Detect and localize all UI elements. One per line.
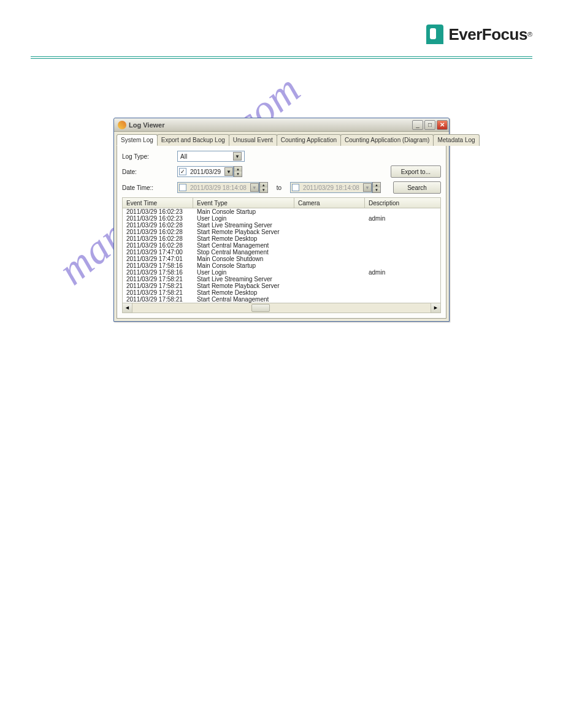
cell-type: Start Remote Playback Server bbox=[193, 282, 294, 289]
date-picker[interactable]: ✓ 2011/03/29 ▼ bbox=[177, 166, 234, 177]
cell-time: 2011/03/29 17:58:21 bbox=[123, 296, 193, 303]
tab-counting-app[interactable]: Counting Application bbox=[277, 134, 341, 146]
log-type-combo[interactable]: All ▼ bbox=[177, 151, 245, 162]
chevron-down-icon: ▼ bbox=[233, 152, 242, 161]
col-event-type[interactable]: Event Type bbox=[193, 198, 294, 208]
tab-counting-diagram[interactable]: Counting Application (Diagram) bbox=[340, 134, 434, 146]
cell-desc bbox=[365, 208, 440, 215]
cell-type: Start Central Management bbox=[193, 242, 294, 249]
date-spinner[interactable]: ▲▼ bbox=[234, 166, 242, 177]
datetime-to-checkbox[interactable] bbox=[292, 184, 299, 191]
cell-desc bbox=[365, 276, 440, 282]
scroll-right-icon[interactable]: ► bbox=[431, 303, 440, 313]
brand-text: EverFocus bbox=[448, 25, 527, 44]
log-type-value: All bbox=[180, 153, 231, 160]
tab-panel: Log Type: All ▼ Date: ✓ 2011/03/29 ▼ ▲▼ … bbox=[117, 145, 446, 319]
table-row[interactable]: 2011/03/29 16:02:28Start Remote Playback… bbox=[123, 229, 440, 235]
cell-type: Main Console Shutdown bbox=[193, 256, 294, 262]
cell-time: 2011/03/29 16:02:23 bbox=[123, 215, 193, 222]
table-row[interactable]: 2011/03/29 17:47:00Stop Central Manageme… bbox=[123, 249, 440, 256]
datetime-to-picker[interactable]: 2011/03/29 18:14:08 ▼ bbox=[290, 182, 372, 193]
datetime-to-value: 2011/03/29 18:14:08 bbox=[302, 184, 361, 191]
cell-camera bbox=[294, 208, 365, 215]
cell-camera bbox=[294, 235, 365, 242]
datetime-from-value: 2011/03/29 18:14:08 bbox=[189, 184, 248, 191]
cell-camera bbox=[294, 269, 365, 276]
cell-type: Start Live Streaming Server bbox=[193, 276, 294, 282]
log-type-label: Log Type: bbox=[122, 153, 177, 160]
cell-type: Start Remote Desktop bbox=[193, 235, 294, 242]
scroll-left-icon[interactable]: ◄ bbox=[123, 303, 132, 313]
minimize-button[interactable]: _ bbox=[412, 120, 423, 130]
scroll-thumb[interactable] bbox=[251, 304, 270, 312]
date-value: 2011/03/29 bbox=[189, 169, 222, 175]
table-row[interactable]: 2011/03/29 17:47:01Main Console Shutdown bbox=[123, 256, 440, 262]
tab-export-backup[interactable]: Export and Backup Log bbox=[157, 134, 229, 146]
tab-system-log[interactable]: System Log bbox=[117, 134, 158, 146]
tab-strip: System Log Export and Backup Log Unusual… bbox=[114, 132, 449, 146]
cell-type: Start Remote Playback Server bbox=[193, 229, 294, 235]
tab-unusual-event[interactable]: Unusual Event bbox=[229, 134, 277, 146]
chevron-down-icon: ▼ bbox=[250, 183, 259, 192]
cell-desc bbox=[365, 222, 440, 229]
cell-type: User Login bbox=[193, 215, 294, 222]
cell-camera bbox=[294, 229, 365, 235]
table-row[interactable]: 2011/03/29 17:58:21Start Central Managem… bbox=[123, 296, 440, 303]
horizontal-scrollbar[interactable]: ◄ ► bbox=[122, 303, 441, 313]
cell-camera bbox=[294, 276, 365, 282]
col-camera[interactable]: Camera bbox=[294, 198, 365, 208]
to-label: to bbox=[277, 184, 282, 191]
titlebar[interactable]: Log Viewer _ □ ✕ bbox=[114, 118, 449, 132]
table-row[interactable]: 2011/03/29 16:02:23User Loginadmin bbox=[123, 215, 440, 222]
search-button[interactable]: Search bbox=[393, 181, 441, 194]
datetime-label: Date Time:: bbox=[122, 184, 177, 191]
cell-time: 2011/03/29 16:02:23 bbox=[123, 208, 193, 215]
table-row[interactable]: 2011/03/29 16:02:28Start Remote Desktop bbox=[123, 235, 440, 242]
col-event-time[interactable]: Event Time bbox=[123, 198, 193, 208]
cell-desc bbox=[365, 282, 440, 289]
datetime-to-spinner[interactable]: ▲▼ bbox=[372, 182, 381, 193]
cell-time: 2011/03/29 16:02:28 bbox=[123, 242, 193, 249]
col-description[interactable]: Description bbox=[365, 198, 440, 208]
cell-time: 2011/03/29 17:58:21 bbox=[123, 282, 193, 289]
cell-desc bbox=[365, 242, 440, 249]
table-row[interactable]: 2011/03/29 17:58:21Start Live Streaming … bbox=[123, 276, 440, 282]
chevron-down-icon: ▼ bbox=[224, 167, 233, 176]
datetime-from-spinner[interactable]: ▲▼ bbox=[259, 182, 268, 193]
table-row[interactable]: 2011/03/29 17:58:21Start Remote Desktop bbox=[123, 289, 440, 296]
tab-metadata-log[interactable]: Metadata Log bbox=[433, 134, 479, 146]
scroll-track[interactable] bbox=[132, 303, 431, 313]
cell-type: Main Console Startup bbox=[193, 208, 294, 215]
cell-desc: admin bbox=[365, 269, 440, 276]
chevron-down-icon: ▼ bbox=[363, 183, 372, 192]
datetime-from-picker[interactable]: 2011/03/29 18:14:08 ▼ bbox=[177, 182, 259, 193]
header-rule bbox=[31, 56, 532, 59]
close-button[interactable]: ✕ bbox=[437, 120, 448, 130]
cell-time: 2011/03/29 17:58:21 bbox=[123, 276, 193, 282]
date-enabled-checkbox[interactable]: ✓ bbox=[179, 168, 186, 175]
cell-desc bbox=[365, 289, 440, 296]
datetime-from-checkbox[interactable] bbox=[179, 184, 186, 191]
brand-name: EverFocus® bbox=[448, 25, 532, 44]
log-table-body[interactable]: 2011/03/29 16:02:23Main Console Startup2… bbox=[122, 208, 441, 303]
table-row[interactable]: 2011/03/29 17:58:21Start Remote Playback… bbox=[123, 282, 440, 289]
cell-desc bbox=[365, 229, 440, 235]
cell-camera bbox=[294, 249, 365, 256]
export-button[interactable]: Export to... bbox=[391, 165, 441, 178]
cell-desc bbox=[365, 249, 440, 256]
table-row[interactable]: 2011/03/29 16:02:28Start Live Streaming … bbox=[123, 222, 440, 229]
brand-logo-icon bbox=[426, 25, 443, 44]
table-row[interactable]: 2011/03/29 17:58:16Main Console Startup bbox=[123, 262, 440, 269]
maximize-button[interactable]: □ bbox=[424, 120, 435, 130]
cell-desc bbox=[365, 262, 440, 269]
cell-type: Main Console Startup bbox=[193, 262, 294, 269]
cell-desc bbox=[365, 256, 440, 262]
table-row[interactable]: 2011/03/29 17:58:16User Loginadmin bbox=[123, 269, 440, 276]
cell-time: 2011/03/29 16:02:28 bbox=[123, 229, 193, 235]
table-row[interactable]: 2011/03/29 16:02:28Start Central Managem… bbox=[123, 242, 440, 249]
filter-log-type-row: Log Type: All ▼ bbox=[122, 151, 441, 162]
table-row[interactable]: 2011/03/29 16:02:23Main Console Startup bbox=[123, 208, 440, 215]
cell-time: 2011/03/29 17:58:21 bbox=[123, 289, 193, 296]
cell-time: 2011/03/29 16:02:28 bbox=[123, 222, 193, 229]
cell-time: 2011/03/29 17:58:16 bbox=[123, 269, 193, 276]
